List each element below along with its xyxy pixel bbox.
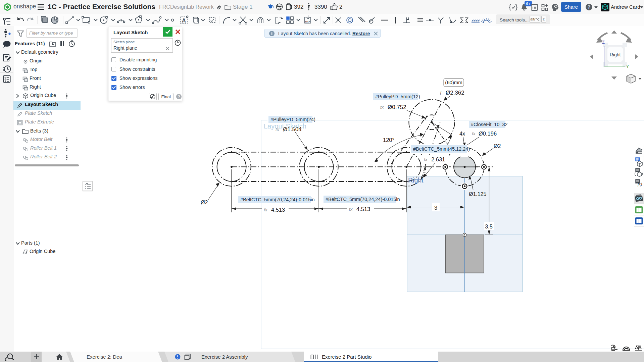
svg-text:Ø0.196: Ø0.196 — [479, 131, 497, 137]
svg-text:A: A — [182, 17, 186, 24]
svg-text:Ø1.125: Ø1.125 — [469, 191, 487, 197]
svg-text:Ø2.362: Ø2.362 — [446, 90, 464, 96]
svg-text:Right: Right — [408, 176, 424, 184]
svg-text:#BeltCTC_5mm(45,12,24): #BeltCTC_5mm(45,12,24) — [413, 146, 470, 152]
svg-text:#BeltCTC_5mm(70,24,24)-0.015in: #BeltCTC_5mm(70,24,24)-0.015in — [326, 197, 400, 202]
svg-text:fx: fx — [349, 207, 353, 212]
svg-text:#PulleyPD_5mm(24): #PulleyPD_5mm(24) — [270, 117, 315, 122]
svg-text:4.513: 4.513 — [271, 207, 285, 213]
svg-text:?: ? — [178, 95, 180, 99]
svg-text:120°: 120° — [383, 137, 394, 143]
svg-text:2.631: 2.631 — [431, 156, 445, 162]
svg-text:?: ? — [588, 4, 591, 10]
svg-text:fx: fx — [264, 207, 268, 212]
svg-text:fx): fx) — [638, 182, 642, 187]
svg-text:Ø2: Ø2 — [201, 200, 208, 205]
svg-text:#PulleyPD_5mm(12): #PulleyPD_5mm(12) — [375, 94, 420, 99]
svg-text:Layout Sketch: Layout Sketch — [264, 122, 306, 130]
svg-text:Ø0.752: Ø0.752 — [388, 104, 406, 110]
svg-text:fx: fx — [472, 131, 476, 136]
svg-text:4x: 4x — [459, 131, 465, 137]
svg-text:Ø2: Ø2 — [494, 143, 501, 149]
svg-text:fx: fx — [380, 105, 384, 110]
svg-text:(60)mm: (60)mm — [445, 80, 462, 85]
svg-text:#CloseFit_10_32: #CloseFit_10_32 — [471, 122, 508, 127]
svg-text:DXF: DXF — [305, 20, 310, 23]
svg-text:4.513: 4.513 — [356, 206, 370, 212]
svg-text:Y: Y — [626, 64, 629, 69]
svg-text:3: 3 — [434, 205, 437, 211]
svg-text:Right: Right — [610, 52, 621, 57]
svg-text:fx: fx — [424, 157, 428, 162]
svg-text:3.5: 3.5 — [485, 223, 493, 229]
svg-text:Z: Z — [602, 40, 605, 45]
svg-text:#BeltCTC_5mm(70,24,24)-0.015in: #BeltCTC_5mm(70,24,24)-0.015in — [240, 197, 315, 202]
svg-text:f: f — [440, 90, 442, 96]
